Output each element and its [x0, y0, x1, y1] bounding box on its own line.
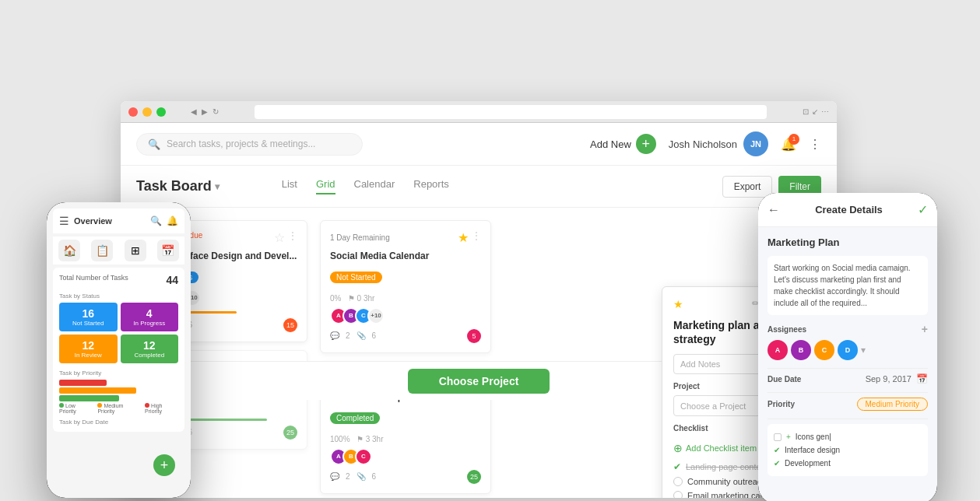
file-icon: 📎	[357, 472, 366, 481]
card-remaining: 1 Day Remaining	[330, 233, 390, 242]
card-meta: 💬 2 📎 6 25	[330, 470, 481, 484]
checklist-label: Checklist	[673, 424, 708, 433]
tab-list[interactable]: List	[282, 178, 297, 194]
user-profile[interactable]: Josh Nicholson JN	[669, 131, 768, 156]
add-assignee-icon[interactable]: +	[922, 323, 928, 335]
checklist-item: + Icons gen|	[774, 430, 922, 443]
plus-icon: +	[786, 433, 791, 441]
chevron-down-icon: ▾	[861, 345, 866, 356]
check-empty-icon	[774, 433, 782, 441]
mobile-fab[interactable]: +	[153, 454, 175, 476]
status-badge: Completed	[330, 412, 380, 424]
check-empty-icon	[673, 477, 683, 486]
due-date-row: Due Date Sep 9, 2017 📅	[767, 373, 928, 384]
back-button[interactable]: ←	[767, 203, 780, 217]
dropdown-icon[interactable]: ▾	[215, 181, 220, 192]
card-title: Social Media Calendar	[330, 250, 481, 263]
notification-badge: 1	[789, 134, 799, 145]
nav-grid-icon[interactable]: ⊞	[125, 240, 146, 261]
hamburger-icon[interactable]: ☰	[59, 215, 69, 227]
kanban-column-2: 1 Day Remaining ★ ⋮ Social Media Calenda…	[320, 220, 491, 485]
view-tabs: List Grid Calendar Reports	[282, 178, 449, 194]
status-boxes: 16 Not Started 4 In Progress 12 In Revie…	[59, 303, 178, 363]
progress-text: 0% ⚑ 0 3hr	[330, 294, 481, 303]
search-bar[interactable]: 🔍 Search tasks, projects & meetings...	[136, 133, 363, 156]
mobile-screen-right: ← Create Details ✓ Marketing Plan Start …	[758, 193, 937, 501]
due-date-value: Sep 9, 2017	[866, 374, 912, 384]
comment-icon: 💬	[330, 472, 339, 481]
checklist-item: ✔ Interface design	[774, 443, 922, 457]
mobile-bell-icon[interactable]: 🔔	[167, 215, 178, 226]
nav-list-icon[interactable]: 📋	[91, 240, 113, 261]
browser-address-bar[interactable]	[255, 105, 767, 119]
comment-icon: 💬	[330, 331, 339, 340]
assignees-list: A B C D ▾	[767, 340, 928, 360]
kanban-board: 5 Days Overdue ☆ ⋮ User Interface Design…	[121, 208, 837, 498]
kanban-card[interactable]: 1 Day Remaining ★ ⋮ Social Media Calenda…	[320, 220, 491, 353]
card-meta: 💬 2 📎 6 5	[330, 329, 481, 343]
avatar: D	[838, 340, 858, 360]
task-description: Start working on Social media camaign. L…	[767, 256, 928, 315]
traffic-light-red[interactable]	[128, 107, 138, 117]
check-done-icon: ✔	[774, 459, 780, 468]
project-placeholder: Choose a Project	[680, 401, 746, 411]
add-new-label: Add New	[590, 138, 631, 150]
status-box-in-review: 12 In Review	[59, 335, 118, 363]
choose-project-button[interactable]: Choose Project	[408, 369, 550, 394]
mobile-header: ☰ Overview 🔍 🔔	[53, 208, 184, 233]
check-done-icon: ✔	[774, 446, 780, 454]
more-options-icon[interactable]: ⋮	[809, 137, 821, 152]
traffic-light-yellow[interactable]	[142, 107, 152, 117]
add-new-circle: +	[636, 134, 656, 154]
plus-icon: ⊕	[673, 442, 683, 454]
right-checklist: + Icons gen| ✔ Interface design ✔ Develo…	[767, 424, 928, 476]
task-board-header: Task Board ▾ List Grid Calendar Reports …	[121, 166, 837, 208]
task-by-due-date-label: Task by Due Date	[59, 419, 178, 426]
star-icon[interactable]: ★	[673, 298, 683, 310]
export-button[interactable]: Export	[722, 176, 773, 198]
more-icon[interactable]: ⋮	[472, 230, 481, 245]
task-board-title: Task Board ▾	[136, 178, 220, 194]
status-box-not-started: 16 Not Started	[59, 303, 118, 331]
avatar-overflow: +10	[367, 307, 385, 324]
tab-grid[interactable]: Grid	[316, 178, 335, 194]
traffic-light-green[interactable]	[156, 107, 166, 117]
search-icon: 🔍	[148, 138, 160, 150]
right-header-title: Create Details	[786, 204, 912, 215]
more-icon[interactable]: ⋮	[288, 230, 297, 245]
total-tasks-header: Total Number of Tasks 44	[59, 274, 178, 286]
avatar: C	[355, 448, 372, 465]
notification-bell[interactable]: 🔔 1	[781, 137, 796, 152]
priority-legend: Low Priority Medium Priority High Priori…	[59, 403, 178, 414]
file-icon: 📎	[357, 331, 366, 340]
reaction-badge: 25	[283, 426, 297, 440]
user-name: Josh Nicholson	[669, 138, 737, 150]
priority-bar-medium	[59, 387, 136, 394]
nav-home-icon[interactable]: 🏠	[58, 240, 80, 261]
status-box-in-progress: 4 In Progress	[121, 303, 179, 331]
browser-window: ◀ ▶ ↻ ⊡ ↙ ⋯ 🔍 Search tasks, projects & m…	[121, 101, 837, 498]
priority-value[interactable]: Medium Priority	[857, 398, 928, 411]
mobile-phone-left: ☰ Overview 🔍 🔔 🏠 📋 ⊞ 📅 Total Number of T…	[47, 202, 191, 498]
check-done-icon: ✔	[673, 461, 681, 472]
app-header: 🔍 Search tasks, projects & meetings... A…	[121, 123, 837, 166]
star-icon[interactable]: ☆	[274, 230, 285, 245]
right-phone-header: ← Create Details ✓	[758, 193, 937, 227]
confirm-button[interactable]: ✓	[918, 202, 928, 217]
mobile-stats: Total Number of Tasks 44 Task by Status …	[53, 268, 184, 432]
status-box-completed: 12 Completed	[121, 335, 179, 363]
browser-titlebar: ◀ ▶ ↻ ⊡ ↙ ⋯	[121, 101, 837, 123]
priority-label: Priority	[767, 400, 795, 408]
nav-calendar-icon[interactable]: 📅	[157, 240, 179, 261]
scene: ◀ ▶ ↻ ⊡ ↙ ⋯ 🔍 Search tasks, projects & m…	[0, 0, 980, 501]
mobile-search-icon[interactable]: 🔍	[150, 215, 162, 226]
add-new-button[interactable]: Add New +	[590, 134, 656, 154]
star-icon[interactable]: ★	[458, 230, 469, 245]
calendar-icon[interactable]: 📅	[916, 373, 928, 384]
reaction-badge: 15	[283, 318, 297, 332]
tab-reports[interactable]: Reports	[413, 178, 449, 194]
tab-calendar[interactable]: Calendar	[354, 178, 395, 194]
mobile-title: Overview	[74, 216, 146, 226]
priority-bar-low	[59, 395, 119, 401]
mobile-phone-right: ← Create Details ✓ Marketing Plan Start …	[758, 193, 937, 501]
